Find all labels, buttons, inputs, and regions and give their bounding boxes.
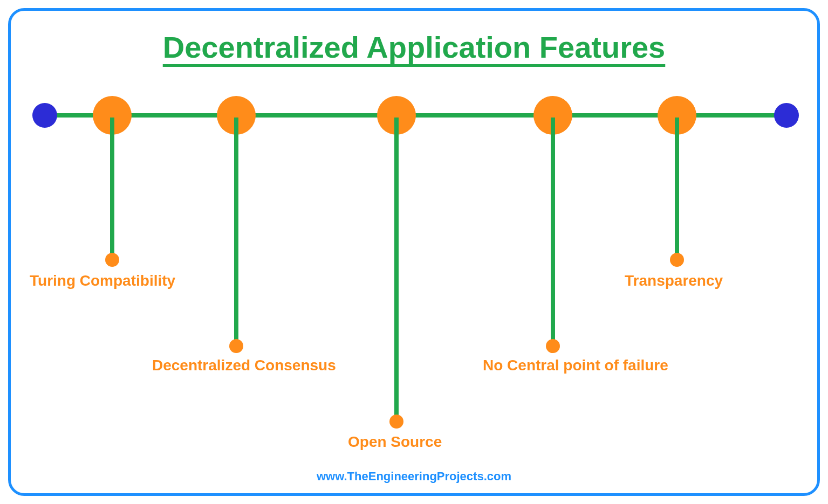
label-consensus: Decentralized Consensus	[152, 357, 336, 374]
diagram-frame: Decentralized Application Features Turin…	[8, 8, 820, 496]
dot-nofailure	[546, 339, 560, 353]
dot-turing	[105, 253, 119, 267]
label-nofailure: No Central point of failure	[483, 357, 668, 374]
vline-nofailure	[551, 118, 555, 344]
footer-link[interactable]: www.TheEngineeringProjects.com	[11, 470, 817, 484]
vline-consensus	[234, 118, 238, 344]
dot-opensource	[389, 415, 403, 429]
diagram-title: Decentralized Application Features	[11, 30, 817, 65]
label-transparency: Transparency	[625, 272, 723, 289]
vline-transparency	[675, 118, 679, 258]
dot-transparency	[670, 253, 684, 267]
vline-turing	[110, 118, 114, 258]
diagram-area: Turing Compatibility Decentralized Conse…	[11, 102, 817, 480]
label-turing: Turing Compatibility	[30, 272, 175, 289]
vline-opensource	[394, 118, 399, 419]
dot-consensus	[229, 339, 243, 353]
endcap-left	[32, 103, 57, 128]
endcap-right	[774, 103, 799, 128]
label-opensource: Open Source	[348, 433, 442, 451]
